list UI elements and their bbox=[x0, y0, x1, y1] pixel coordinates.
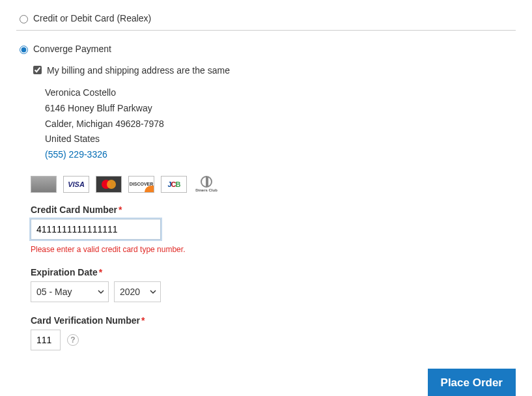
payment-method-converge: Converge Payment My billing and shipping… bbox=[16, 37, 516, 396]
amex-icon bbox=[31, 176, 57, 193]
expiration-month-select[interactable]: 05 - May bbox=[31, 281, 109, 302]
place-order-button[interactable]: Place Order bbox=[428, 369, 516, 396]
visa-icon: VISA bbox=[63, 176, 89, 193]
billing-phone-link[interactable]: (555) 229-3326 bbox=[45, 149, 107, 160]
billing-name: Veronica Costello bbox=[45, 85, 516, 101]
expiration-month-value: 05 - May bbox=[36, 287, 72, 297]
divider bbox=[16, 30, 516, 31]
billing-street: 6146 Honey Bluff Parkway bbox=[45, 101, 516, 117]
billing-city-region-zip: Calder, Michigan 49628-7978 bbox=[45, 117, 516, 132]
discover-icon: DISCOVER bbox=[128, 176, 154, 193]
cc-number-label: Credit Card Number* bbox=[31, 205, 516, 215]
same-address-checkbox[interactable] bbox=[33, 66, 42, 74]
expiration-year-value: 2020 bbox=[120, 287, 140, 297]
payment-method-realex-label: Credit or Debit Card (Realex) bbox=[33, 13, 151, 23]
cc-number-input[interactable] bbox=[31, 219, 161, 240]
billing-country: United States bbox=[45, 132, 516, 147]
cc-number-field: Credit Card Number* Please enter a valid… bbox=[31, 205, 516, 254]
cvv-label: Card Verification Number* bbox=[31, 315, 516, 326]
expiration-label: Expiration Date* bbox=[31, 267, 516, 277]
payment-method-converge-row[interactable]: Converge Payment bbox=[16, 44, 516, 54]
expiration-year-select[interactable]: 2020 bbox=[114, 281, 161, 302]
cvv-field: Card Verification Number* ? bbox=[31, 315, 516, 350]
mastercard-icon bbox=[96, 176, 122, 193]
expiration-field: Expiration Date* 05 - May 2020 bbox=[31, 267, 516, 302]
payment-method-realex: Credit or Debit Card (Realex) bbox=[16, 7, 516, 37]
payment-method-converge-radio[interactable] bbox=[20, 46, 28, 54]
help-icon[interactable]: ? bbox=[67, 334, 79, 346]
converge-form: My billing and shipping address are the … bbox=[16, 57, 516, 396]
accepted-cards: VISA DISCOVER JCB Diners Club bbox=[31, 169, 516, 205]
same-address-row[interactable]: My billing and shipping address are the … bbox=[31, 64, 516, 76]
jcb-icon: JCB bbox=[161, 176, 187, 193]
chevron-down-icon bbox=[98, 289, 104, 295]
diners-club-icon: Diners Club bbox=[193, 176, 219, 193]
chevron-down-icon bbox=[150, 289, 156, 295]
cc-number-error: Please enter a valid credit card type nu… bbox=[31, 245, 516, 254]
same-address-label: My billing and shipping address are the … bbox=[47, 65, 230, 76]
billing-address: Veronica Costello 6146 Honey Bluff Parkw… bbox=[31, 83, 516, 169]
payment-method-realex-row[interactable]: Credit or Debit Card (Realex) bbox=[16, 13, 516, 23]
payment-method-realex-radio[interactable] bbox=[20, 15, 28, 23]
cvv-input[interactable] bbox=[31, 330, 61, 350]
actions-row: Place Order bbox=[31, 363, 516, 396]
payment-method-converge-label: Converge Payment bbox=[33, 44, 111, 54]
